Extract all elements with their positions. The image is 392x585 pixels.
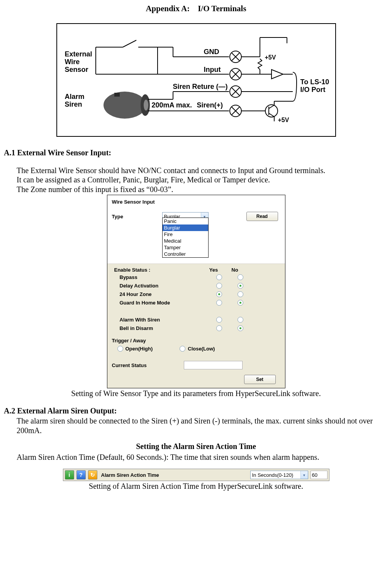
- info-icon[interactable]: i: [65, 470, 74, 480]
- svg-rect-13: [114, 93, 120, 97]
- siren-line: Alarm Siren Action Time (Default, 60 Sec…: [17, 452, 386, 462]
- enable-row: Delay Activation: [114, 281, 280, 290]
- type-option[interactable]: Fire: [163, 231, 208, 238]
- set-button[interactable]: Set: [244, 375, 276, 384]
- a2-line1: The alarm siren should be connected to t…: [17, 416, 386, 435]
- radio-cell: [209, 316, 230, 323]
- help-icon[interactable]: ?: [76, 470, 86, 480]
- label-port2: I/O Port: [300, 86, 326, 94]
- radio-cell: [209, 274, 230, 280]
- enable-row-label: Guard In Home Mode: [114, 300, 209, 306]
- type-option[interactable]: Controller: [163, 251, 208, 257]
- alarm-siren-bar: i ? ↻ Alarm Siren Action Time In Seconds…: [63, 469, 329, 481]
- close-low-text: Close(Low): [188, 346, 215, 352]
- enable-row: [114, 307, 280, 315]
- enable-row-label: Bell in Disarm: [114, 325, 209, 331]
- open-high-text: Open(High): [126, 346, 153, 352]
- io-terminal-diagram: External Wire Sensor Alarm Siren GND Inp…: [56, 23, 336, 137]
- radio-cell: [230, 325, 251, 331]
- radio-open-high[interactable]: [117, 346, 123, 352]
- enable-row-label: Delay Activation: [114, 283, 209, 289]
- enable-row: Alarm With Siren: [114, 315, 280, 324]
- radio-cell: [230, 299, 251, 306]
- caption-bar: Setting of Alarm Siren Action Time from …: [4, 482, 388, 491]
- type-dropdown-list[interactable]: PanicBurglarFireMedicalTamperController: [162, 218, 209, 258]
- col-no: No: [224, 267, 246, 273]
- type-option[interactable]: Medical: [163, 238, 208, 244]
- enable-row: Bell in Disarm: [114, 324, 280, 332]
- label-gnd: GND: [204, 48, 219, 56]
- open-high-option[interactable]: Open(High): [117, 346, 153, 352]
- enable-row-label: Bypass: [114, 274, 209, 280]
- enable-row: 24 Hour Zone: [114, 290, 280, 298]
- radio-button[interactable]: [216, 291, 222, 297]
- type-option[interactable]: Tamper: [163, 244, 208, 251]
- enable-status-label: Enable Status :: [114, 267, 203, 273]
- svg-line-43: [269, 105, 274, 109]
- radio-cell: [209, 282, 230, 289]
- enable-row-label: Alarm With Siren: [114, 317, 209, 323]
- heading-a2: A.2 External Alarm Siren Output:: [4, 406, 388, 415]
- seconds-combo-value: In Seconds(0-120): [252, 472, 294, 478]
- svg-point-12: [144, 100, 148, 111]
- radio-cell: [209, 291, 230, 297]
- label-siren: Siren: [65, 100, 82, 109]
- radio-cell: [209, 325, 230, 331]
- enable-row: Guard In Home Mode: [114, 298, 280, 307]
- radio-button[interactable]: [216, 300, 222, 306]
- label-200ma: 200mA max.: [152, 101, 192, 109]
- svg-line-44: [269, 113, 274, 117]
- radio-button[interactable]: [238, 300, 243, 306]
- a1-line1: The External Wire Sensor should have NO/…: [17, 166, 386, 175]
- label-5v-a: +5V: [265, 54, 276, 61]
- label-sirenplus: Siren(+): [197, 101, 223, 109]
- bar-label: Alarm Siren Action Time: [101, 472, 159, 478]
- label-alarm: Alarm: [65, 93, 85, 101]
- radio-button[interactable]: [216, 274, 222, 280]
- seconds-combo[interactable]: In Seconds(0-120) ▾: [250, 471, 308, 479]
- chevron-down-icon: ▾: [300, 471, 308, 479]
- radio-button[interactable]: [238, 325, 243, 331]
- radio-cell: [230, 291, 251, 297]
- close-low-option[interactable]: Close(Low): [180, 346, 215, 352]
- siren-line-text: Alarm Siren Action Time (Default, 60 Sec…: [17, 452, 386, 462]
- section-a1-body: The External Wire Sensor should have NO/…: [17, 166, 386, 194]
- page-title: Appendix A: I/O Terminals: [4, 4, 388, 14]
- radio-cell: [209, 299, 230, 306]
- current-status-label: Current Status: [112, 362, 184, 368]
- radio-cell: [230, 282, 251, 289]
- col-yes: Yes: [203, 267, 224, 273]
- label-input: Input: [204, 66, 221, 74]
- label-port1: To LS-10: [300, 78, 329, 86]
- radio-button[interactable]: [238, 317, 243, 323]
- trigger-label: Trigger / Away: [112, 338, 280, 344]
- radio-cell: [230, 274, 251, 280]
- a1-line3: The Zone number of this input is fixed a…: [17, 185, 386, 194]
- label-wire: Wire: [65, 58, 80, 66]
- a1-line2: It can be assigned as a Controller, Pani…: [17, 175, 386, 184]
- svg-line-1: [123, 40, 136, 47]
- radio-button[interactable]: [216, 325, 222, 331]
- type-option[interactable]: Burglar: [163, 224, 208, 231]
- label-5v-b: +5V: [278, 117, 289, 124]
- radio-close-low[interactable]: [180, 346, 185, 352]
- current-status-field[interactable]: [184, 361, 243, 369]
- label-sensor: Sensor: [65, 66, 88, 74]
- refresh-icon[interactable]: ↻: [88, 470, 97, 480]
- radio-button[interactable]: [238, 291, 243, 297]
- radio-button[interactable]: [216, 317, 222, 323]
- siren-heading: Setting the Alarm Siren Action Time: [4, 442, 388, 451]
- caption-panel: Setting of Wire Sensor Type and its para…: [4, 389, 388, 398]
- type-label: Type: [112, 214, 162, 219]
- read-button[interactable]: Read: [246, 212, 278, 221]
- radio-button[interactable]: [238, 274, 243, 280]
- label-siren-ret: Siren Reture (—): [173, 83, 228, 91]
- svg-marker-37: [272, 70, 283, 79]
- label-external: External: [65, 50, 92, 58]
- radio-button[interactable]: [238, 283, 243, 289]
- enable-row: Bypass: [114, 273, 280, 281]
- panel-title: Wire Sensor Input: [112, 199, 280, 205]
- radio-button[interactable]: [216, 283, 222, 289]
- seconds-value-field[interactable]: 60: [311, 471, 328, 479]
- type-option[interactable]: Panic: [163, 218, 208, 224]
